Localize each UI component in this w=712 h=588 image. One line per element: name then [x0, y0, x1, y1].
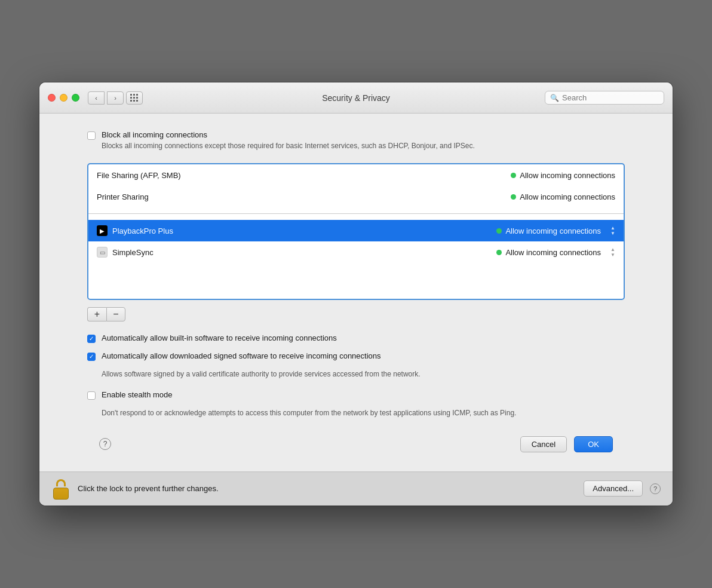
main-window: ‹ › Security & Privacy 🔍 Block all incom… [39, 82, 673, 505]
advanced-button[interactable]: Advanced... [584, 480, 643, 497]
app-name-file-sharing: File Sharing (AFP, SMB) [97, 171, 511, 180]
stealth-checkbox[interactable] [87, 391, 96, 400]
block-connections-checkbox[interactable] [87, 131, 96, 140]
status-dot-printer-sharing [511, 194, 516, 200]
table-row[interactable]: File Sharing (AFP, SMB) Allow incoming c… [88, 164, 624, 186]
remove-button[interactable]: − [106, 307, 125, 321]
grid-icon [130, 94, 139, 102]
window-title: Security & Privacy [322, 93, 390, 103]
simplesync-icon: ▭ [97, 247, 108, 258]
minimize-button[interactable] [60, 94, 67, 102]
auto-signed-row: Automatically allow downloaded signed so… [87, 351, 625, 361]
app-name-playback: ▶ PlaybackPro Plus [97, 225, 496, 236]
stealth-row: Enable stealth mode [87, 390, 625, 400]
ok-button[interactable]: OK [574, 436, 613, 452]
forward-button[interactable]: › [107, 91, 124, 105]
table-row[interactable]: ▶ PlaybackPro Plus Allow incoming connec… [88, 220, 624, 241]
list-divider [88, 213, 624, 214]
stealth-label: Enable stealth mode [102, 390, 173, 399]
auto-signed-label: Automatically allow downloaded signed so… [102, 351, 381, 360]
help-button[interactable]: ? [99, 438, 111, 450]
lock-text: Click the lock to prevent further change… [78, 484, 576, 493]
titlebar: ‹ › Security & Privacy 🔍 [39, 82, 673, 114]
bottom-buttons: ? Cancel OK [87, 429, 625, 460]
status-dot-file-sharing [511, 173, 516, 178]
app-status-simplesync: Allow incoming connections ▲ ▼ [496, 247, 615, 258]
status-dot-simplesync [496, 250, 502, 255]
app-list: File Sharing (AFP, SMB) Allow incoming c… [87, 163, 625, 300]
auto-builtin-row: Automatically allow built-in software to… [87, 333, 625, 343]
add-remove-buttons: + − [87, 307, 625, 321]
close-button[interactable] [48, 94, 56, 102]
table-row[interactable]: Printer Sharing Allow incoming connectio… [88, 186, 624, 207]
add-button[interactable]: + [87, 307, 106, 321]
maximize-button[interactable] [72, 94, 79, 102]
block-connections-section: Block all incoming connections Blocks al… [87, 130, 625, 151]
stepper-icon-playback: ▲ ▼ [610, 226, 615, 236]
nav-buttons: ‹ › [88, 91, 124, 105]
back-button[interactable]: ‹ [88, 91, 105, 105]
stepper-icon-simplesync: ▲ ▼ [610, 247, 615, 258]
search-box[interactable]: 🔍 [545, 91, 664, 105]
app-name-simplesync: ▭ SimpleSync [97, 247, 496, 258]
cancel-button[interactable]: Cancel [520, 436, 567, 452]
block-connections-description: Blocks all incoming connections except t… [102, 141, 475, 151]
auto-builtin-checkbox[interactable] [87, 335, 96, 343]
stealth-description: Don't respond to or acknowledge attempts… [102, 408, 625, 418]
lock-bar: Click the lock to prevent further change… [39, 471, 673, 506]
auto-signed-checkbox[interactable] [87, 353, 96, 361]
app-status-printer-sharing: Allow incoming connections [511, 192, 615, 201]
auto-signed-description: Allows software signed by a valid certif… [102, 369, 625, 379]
search-input[interactable] [562, 93, 659, 102]
empty-list-space [88, 263, 624, 299]
table-row[interactable]: ▭ SimpleSync Allow incoming connections … [88, 241, 624, 263]
block-connections-text: Block all incoming connections Blocks al… [102, 130, 475, 151]
auto-builtin-label: Automatically allow built-in software to… [102, 333, 337, 342]
block-connections-label: Block all incoming connections [102, 130, 475, 139]
status-dot-playback [496, 228, 502, 234]
traffic-lights [48, 94, 79, 102]
app-status-file-sharing: Allow incoming connections [511, 171, 615, 180]
lock-icon[interactable] [51, 478, 70, 500]
search-icon: 🔍 [550, 94, 559, 102]
app-status-playback: Allow incoming connections ▲ ▼ [496, 226, 615, 236]
help-button-lock[interactable]: ? [650, 483, 661, 494]
grid-view-button[interactable] [126, 91, 143, 105]
app-name-printer-sharing: Printer Sharing [97, 192, 511, 201]
playback-icon: ▶ [97, 225, 108, 236]
content-area: Block all incoming connections Blocks al… [39, 114, 673, 471]
